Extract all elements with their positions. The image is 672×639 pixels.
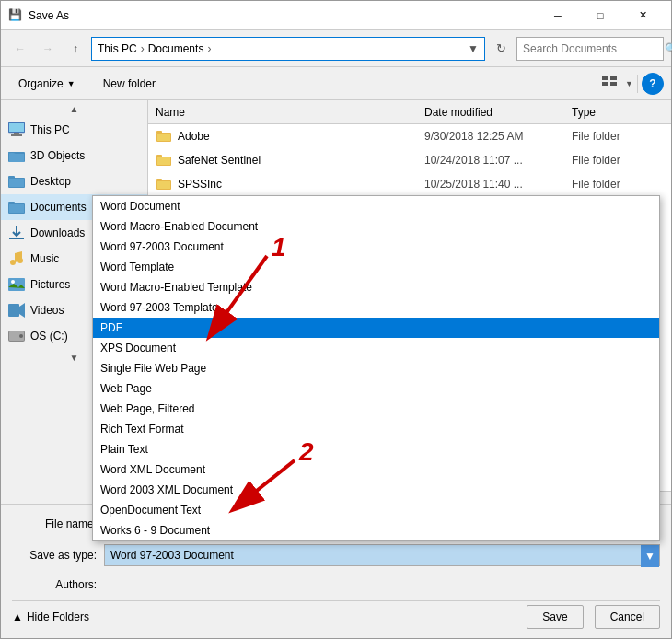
pictures-icon (8, 276, 25, 293)
breadcrumb[interactable]: This PC › Documents › ▼ (91, 37, 485, 61)
dropdown-item-word-xml[interactable]: Word XML Document (93, 459, 659, 480)
folder-3d-icon (8, 147, 25, 164)
dropdown-item-word-97-template[interactable]: Word 97-2003 Template (93, 297, 659, 318)
dropdown-item-xps[interactable]: XPS Document (93, 338, 659, 358)
svg-rect-22 (8, 304, 19, 317)
sidebar-label-documents: Documents (30, 201, 87, 214)
save-button[interactable]: Save (527, 605, 583, 629)
dropdown-item-works[interactable]: Works 6 - 9 Document (93, 520, 659, 540)
svg-rect-0 (602, 76, 608, 80)
dropdown-item-web-filtered[interactable]: Web Page, Filtered (93, 399, 659, 419)
dropdown-item-opendoc[interactable]: OpenDocument Text (93, 500, 659, 520)
svg-rect-32 (157, 157, 170, 165)
file-list-header: Name Date modified Type (148, 100, 671, 124)
file-type-spssinc: File folder (572, 178, 664, 191)
svg-rect-6 (14, 133, 19, 134)
col-name-header[interactable]: Name (156, 106, 424, 119)
dropdown-item-word-macro[interactable]: Word Macro-Enabled Document (93, 216, 659, 237)
svg-rect-2 (610, 76, 617, 80)
videos-icon (8, 302, 25, 319)
dropdown-item-word-macro-template[interactable]: Word Macro-Enabled Template (93, 277, 659, 297)
col-type-header[interactable]: Type (572, 106, 664, 119)
window-icon: 💾 (8, 8, 23, 23)
folder-desktop-icon (8, 173, 25, 190)
dropdown-item-single-web[interactable]: Single File Web Page (93, 358, 659, 378)
music-icon (8, 250, 25, 267)
file-name-spssinc: SPSSInc (178, 178, 424, 191)
sidebar-item-thispc[interactable]: This PC (1, 117, 147, 143)
save-type-row: Save as type: Word 97-2003 Document ▼ (12, 541, 660, 569)
svg-rect-28 (156, 131, 162, 134)
view-dropdown-icon[interactable]: ▼ (625, 79, 633, 88)
table-row[interactable]: SPSSInc 10/25/2018 11:40 ... File folder (148, 172, 671, 196)
svg-rect-17 (9, 238, 24, 239)
sidebar-label-thispc: This PC (30, 123, 70, 136)
window-title: Save As (29, 9, 537, 22)
dropdown-item-word-2003-xml[interactable]: Word 2003 XML Document (93, 480, 659, 500)
search-icon[interactable]: 🔍 (665, 42, 672, 55)
svg-rect-16 (9, 204, 24, 213)
file-type-adobe: File folder (572, 130, 664, 143)
svg-rect-31 (156, 155, 162, 157)
svg-rect-35 (157, 181, 170, 189)
save-type-dropdown-arrow[interactable]: ▼ (641, 545, 659, 567)
view-icon (602, 76, 617, 91)
svg-rect-34 (156, 179, 162, 181)
dropdown-item-web[interactable]: Web Page (93, 378, 659, 399)
sidebar-item-desktop[interactable]: Desktop (1, 168, 147, 194)
file-icon-adobe (156, 128, 172, 145)
dropdown-item-plain-text[interactable]: Plain Text (93, 439, 659, 459)
forward-button[interactable]: → (36, 37, 60, 61)
sidebar-scroll-up[interactable]: ▲ (1, 100, 147, 117)
minimize-button[interactable]: ─ (537, 1, 579, 30)
file-icon-safenet (156, 152, 172, 168)
sidebar-label-music: Music (30, 252, 59, 265)
organize-button[interactable]: Organize ▼ (8, 72, 86, 96)
file-type-safenet: File folder (572, 154, 664, 167)
dropdown-item-pdf[interactable]: PDF (93, 318, 659, 338)
svg-point-26 (19, 334, 23, 338)
table-row[interactable]: SafeNet Sentinel 10/24/2018 11:07 ... Fi… (148, 148, 671, 172)
search-input[interactable] (523, 42, 661, 55)
svg-point-18 (10, 260, 16, 265)
dropdown-item-word-97[interactable]: Word 97-2003 Document (93, 237, 659, 257)
file-name-safenet: SafeNet Sentinel (178, 154, 424, 167)
save-type-value: Word 97-2003 Document (110, 549, 234, 562)
drive-icon (8, 328, 25, 344)
organize-dropdown-icon: ▼ (67, 79, 75, 88)
col-date-header[interactable]: Date modified (424, 106, 572, 119)
save-type-dropdown-list[interactable]: Word Document Word Macro-Enabled Documen… (92, 195, 660, 541)
table-row[interactable]: Adobe 9/30/2018 12:25 AM File folder (148, 124, 671, 148)
back-button[interactable]: ← (8, 37, 32, 61)
up-button[interactable]: ↑ (64, 37, 87, 61)
svg-point-21 (11, 280, 15, 284)
dropdown-item-word-doc[interactable]: Word Document (93, 196, 659, 216)
file-date-adobe: 9/30/2018 12:25 AM (424, 130, 572, 143)
svg-point-19 (17, 258, 23, 263)
save-as-dialog: 💾 Save As ─ □ ✕ ← → ↑ This PC › Document… (0, 0, 672, 639)
sidebar-label-pictures: Pictures (30, 278, 70, 291)
svg-rect-12 (8, 176, 15, 179)
action-buttons: Save Cancel (521, 605, 660, 629)
authors-row: Authors: (12, 573, 660, 597)
refresh-button[interactable]: ↻ (489, 37, 513, 61)
sidebar-label-videos: Videos (30, 304, 64, 317)
cancel-button[interactable]: Cancel (595, 605, 660, 629)
maximize-button[interactable]: □ (579, 1, 621, 30)
sidebar-item-3dobjects[interactable]: 3D Objects (1, 143, 147, 168)
save-type-dropdown[interactable]: Word 97-2003 Document ▼ (104, 544, 660, 566)
hide-folders-button[interactable]: ▲ Hide Folders (12, 610, 89, 623)
sidebar-label-osc: OS (C:) (30, 330, 68, 343)
svg-rect-7 (11, 134, 22, 136)
help-button[interactable]: ? (642, 73, 664, 95)
dropdown-item-rtf[interactable]: Rich Text Format (93, 419, 659, 439)
svg-marker-23 (19, 303, 25, 318)
new-folder-button[interactable]: New folder (93, 72, 166, 96)
view-button[interactable] (597, 72, 621, 96)
close-button[interactable]: ✕ (621, 1, 664, 30)
breadcrumb-dropdown-icon[interactable]: ▼ (468, 42, 479, 55)
file-icon-spssinc (156, 176, 172, 192)
authors-label: Authors: (12, 578, 104, 591)
dropdown-item-word-template[interactable]: Word Template (93, 257, 659, 277)
breadcrumb-item-docs: Documents (148, 42, 204, 55)
